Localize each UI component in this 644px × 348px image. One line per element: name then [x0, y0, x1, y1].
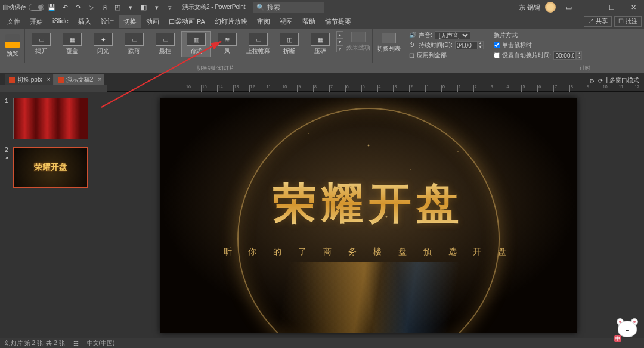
ruler-tick: 8: [569, 85, 573, 92]
apply-all-icon: ☐: [409, 52, 414, 59]
after-checkbox[interactable]: [494, 52, 500, 58]
toggle-switch[interactable]: [29, 4, 44, 11]
ruler-tick: 3: [393, 85, 397, 92]
sound-label: 声音:: [419, 31, 432, 39]
ruler-tick: 11: [618, 85, 624, 92]
search-box[interactable]: 🔍 搜索: [253, 2, 324, 13]
menu-tab-动画[interactable]: 动画: [141, 15, 164, 28]
ruler-tick: 14: [217, 85, 223, 92]
apply-list-icon: [382, 33, 396, 44]
advance-label: 换片方式: [494, 31, 518, 39]
redo-icon[interactable]: ↷: [73, 2, 83, 13]
transition-帘式[interactable]: ▥帘式: [181, 31, 211, 57]
slide-canvas-area[interactable]: 荣耀开盘 听 你 的 了 商 务 楼 盘 预 选 开 盘: [93, 92, 644, 338]
apply-all-button[interactable]: ☐ 应用到全部: [409, 51, 486, 60]
maximize-button[interactable]: ☐: [603, 1, 620, 13]
transition-icon: ≋: [218, 33, 237, 46]
accessibility-icon[interactable]: ☷: [73, 340, 79, 347]
transition-悬挂[interactable]: ▭悬挂: [150, 31, 180, 57]
doc-tab-演示文稿2[interactable]: 演示文稿2×: [54, 74, 105, 85]
refresh-icon[interactable]: ⟳: [598, 77, 603, 84]
share-button[interactable]: ↗ 共享: [584, 16, 612, 27]
menu-tab-iSlide[interactable]: iSlide: [48, 15, 73, 28]
menu-tab-插入[interactable]: 插入: [73, 15, 96, 28]
save-icon[interactable]: 💾: [47, 2, 57, 13]
ruler-tick: 2: [473, 85, 477, 92]
after-input[interactable]: [553, 51, 576, 60]
transition-icon: ▭: [156, 33, 175, 46]
menu-bar: 文件开始iSlide插入设计切换动画口袋动画 PA幻灯片放映审阅视图帮助情节提要…: [0, 14, 644, 29]
apply-list-button[interactable]: 切换列表: [375, 30, 402, 56]
duration-up[interactable]: ▴: [478, 41, 484, 45]
light-streaks-decoration: [160, 262, 577, 333]
qat-icon-4[interactable]: ◧: [138, 2, 149, 13]
transition-跌落[interactable]: ▭跌落: [119, 31, 149, 57]
close-tab-icon[interactable]: ×: [47, 76, 51, 83]
ruler-tick: 5: [521, 85, 525, 92]
menu-tab-切换[interactable]: 切换: [119, 15, 141, 28]
duration-input[interactable]: [455, 41, 478, 49]
gallery-more-icon[interactable]: ▿: [336, 45, 343, 52]
undo-icon[interactable]: ↶: [60, 2, 70, 13]
username[interactable]: 东 锅锅: [519, 3, 540, 12]
preview-button[interactable]: 预览: [1, 30, 24, 62]
after-down[interactable]: ▾: [576, 55, 582, 60]
transition-icon: ▥: [187, 33, 206, 46]
language-status[interactable]: 中文(中国): [87, 339, 115, 347]
slide-thumbnail-1[interactable]: [13, 98, 88, 139]
transition-icon: ▭: [125, 33, 144, 46]
comments-button[interactable]: ☐ 批注: [614, 16, 642, 27]
qat-icon-1[interactable]: ⎘: [99, 2, 110, 13]
gallery-down-icon[interactable]: ▾: [336, 38, 343, 45]
sound-select[interactable]: [无声音]: [435, 31, 470, 39]
menu-tab-开始[interactable]: 开始: [25, 15, 48, 28]
qat-icon-2[interactable]: ◰: [112, 2, 123, 13]
mascot-badge: 中: [614, 335, 621, 342]
autosave-toggle[interactable]: 自动保存: [2, 3, 44, 11]
menu-tab-帮助[interactable]: 帮助: [298, 15, 320, 28]
horizontal-ruler[interactable]: 1615141312111098765432101234567891011121…: [107, 85, 644, 92]
gallery-up-icon[interactable]: ▴: [336, 31, 343, 38]
multiwindow-button[interactable]: | 多窗口模式: [606, 76, 639, 85]
qat-dropdown-icon[interactable]: ▾: [151, 2, 162, 13]
menu-tab-幻灯片放映[interactable]: 幻灯片放映: [210, 15, 252, 28]
ribbon-footer: 切换到此幻灯片 计时: [0, 63, 644, 73]
close-button[interactable]: ✕: [625, 1, 642, 13]
menu-tab-审阅[interactable]: 审阅: [252, 15, 275, 28]
after-up[interactable]: ▴: [576, 51, 582, 55]
duration-down[interactable]: ▾: [478, 45, 484, 49]
transition-风[interactable]: ≋风: [212, 31, 242, 57]
close-tab-icon[interactable]: ×: [98, 76, 101, 83]
mascot-icon[interactable]: 中: [614, 318, 640, 342]
doc-tab-切换.pptx[interactable]: 切换.pptx×: [5, 74, 54, 85]
menu-tab-情节提要[interactable]: 情节提要: [320, 15, 356, 28]
transition-折断[interactable]: ◫折断: [274, 31, 304, 57]
settings-icon[interactable]: ⚙: [589, 77, 595, 84]
qat-more-icon[interactable]: ▿: [165, 2, 175, 13]
menu-tab-视图[interactable]: 视图: [275, 15, 298, 28]
qat-icon-3[interactable]: ▾: [125, 2, 136, 13]
transition-揭开[interactable]: ▭揭开: [26, 31, 56, 57]
transition-压碎[interactable]: ▦压碎: [305, 31, 335, 57]
transition-覆盖[interactable]: ▦覆盖: [57, 31, 87, 57]
menu-tab-设计[interactable]: 设计: [96, 15, 119, 28]
ruler-tick: 4: [506, 85, 509, 92]
ruler-tick: 4: [377, 85, 381, 92]
on-click-checkbox[interactable]: [494, 42, 500, 48]
slide-canvas[interactable]: 荣耀开盘 听 你 的 了 商 务 楼 盘 预 选 开 盘: [160, 98, 577, 333]
sound-icon: 🔊: [409, 32, 416, 39]
transition-上拉帷幕[interactable]: ▭上拉帷幕: [243, 31, 273, 57]
slide-subtitle[interactable]: 听 你 的 了 商 务 楼 盘 预 选 开 盘: [160, 247, 577, 257]
ribbon-options-icon[interactable]: ▭: [561, 1, 577, 13]
slideshow-icon[interactable]: ▷: [86, 2, 97, 13]
user-avatar[interactable]: [545, 2, 556, 13]
slide-title[interactable]: 荣耀开盘: [160, 175, 577, 232]
transition-闪光[interactable]: ✦闪光: [88, 31, 118, 57]
slide-thumbnail-2[interactable]: [13, 147, 88, 188]
document-tabs: 切换.pptx×演示文稿2× ⚙ ⟳ | 多窗口模式: [0, 73, 644, 85]
menu-tab-口袋动画 PA[interactable]: 口袋动画 PA: [164, 15, 210, 28]
menu-tab-文件[interactable]: 文件: [2, 15, 25, 28]
minimize-button[interactable]: —: [582, 1, 599, 13]
ruler-tick: 1: [425, 85, 429, 92]
ruler-tick: 12: [634, 85, 640, 92]
